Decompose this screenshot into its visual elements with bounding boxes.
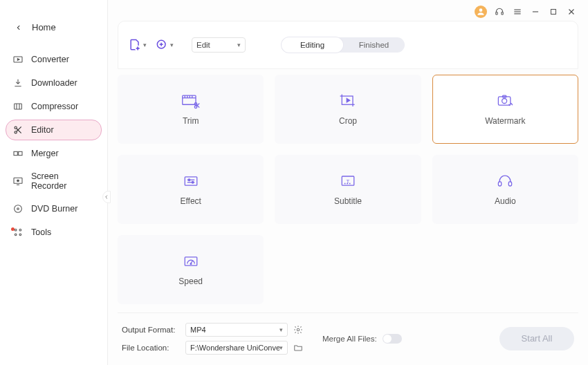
svg-point-67 xyxy=(190,263,192,265)
merge-label: Merge All Files: xyxy=(322,335,377,343)
sidebar-item-label: Merger xyxy=(31,149,59,158)
svg-rect-55 xyxy=(185,177,197,185)
file-location-value: F:\Wondershare UniConverter 1 xyxy=(190,344,279,352)
tile-label: Effect xyxy=(180,196,201,206)
chevron-left-icon xyxy=(15,24,22,31)
chevron-down-icon: ▾ xyxy=(170,41,174,48)
tile-effect[interactable]: Effect xyxy=(118,155,264,224)
audio-icon xyxy=(495,173,515,189)
svg-rect-12 xyxy=(15,104,22,109)
status-segmented: Editing Finished xyxy=(282,37,405,53)
mode-select-value: Edit xyxy=(196,41,210,49)
svg-point-29 xyxy=(19,234,21,236)
toolbar: ▾ ▾ Edit ▾ Editing Finished xyxy=(118,21,578,69)
start-all-label: Start All xyxy=(522,333,553,344)
file-location-select[interactable]: F:\Wondershare UniConverter 1 ▾ xyxy=(185,341,288,355)
svg-point-59 xyxy=(192,181,194,183)
output-format-value: MP4 xyxy=(190,326,206,334)
sidebar-item-editor[interactable]: Editor xyxy=(6,120,102,140)
add-file-icon xyxy=(128,38,142,52)
add-url-button[interactable]: ▾ xyxy=(155,38,174,52)
download-icon xyxy=(12,77,24,88)
svg-rect-52 xyxy=(499,97,511,105)
svg-point-68 xyxy=(297,328,300,331)
gear-icon[interactable] xyxy=(293,325,303,335)
svg-point-25 xyxy=(17,208,19,210)
sidebar-item-label: DVD Burner xyxy=(31,204,77,214)
collapse-sidebar-button[interactable] xyxy=(102,191,111,203)
tile-label: Speed xyxy=(178,277,203,286)
mode-select[interactable]: Edit ▾ xyxy=(192,37,246,53)
tab-editing[interactable]: Editing xyxy=(282,37,343,53)
folder-icon[interactable] xyxy=(293,343,303,353)
add-url-icon xyxy=(155,38,169,52)
sidebar: Home Converter Downloader Compressor Edi… xyxy=(0,0,108,365)
svg-point-16 xyxy=(15,131,17,133)
sidebar-item-label: Converter xyxy=(31,55,69,64)
crop-icon xyxy=(338,93,358,109)
chevron-left-icon xyxy=(104,194,109,200)
svg-point-24 xyxy=(15,205,22,213)
add-file-button[interactable]: ▾ xyxy=(128,38,147,52)
chevron-down-icon: ▾ xyxy=(279,326,283,333)
sidebar-item-label: Compressor xyxy=(31,102,78,111)
chevron-down-icon: ▾ xyxy=(279,344,283,351)
tile-speed[interactable]: Speed xyxy=(118,235,264,304)
tile-label: Trim xyxy=(183,116,199,126)
svg-point-53 xyxy=(502,99,507,104)
merger-icon xyxy=(12,148,24,159)
converter-icon xyxy=(12,54,24,65)
tile-trim[interactable]: Trim xyxy=(118,75,264,144)
sidebar-item-compressor[interactable]: Compressor xyxy=(6,96,102,117)
svg-point-22 xyxy=(17,180,19,182)
sidebar-item-screen-recorder[interactable]: Screen Recorder xyxy=(6,167,102,196)
back-label: Home xyxy=(32,22,56,32)
merge-toggle[interactable] xyxy=(383,334,402,344)
svg-point-15 xyxy=(15,127,17,129)
tile-crop[interactable]: Crop xyxy=(275,75,421,144)
svg-rect-63 xyxy=(499,182,502,186)
speed-icon xyxy=(181,253,201,270)
chevron-down-icon: ▾ xyxy=(143,41,147,48)
svg-point-28 xyxy=(15,234,17,236)
sidebar-item-merger[interactable]: Merger xyxy=(6,143,102,164)
tile-label: Subtitle xyxy=(334,196,362,206)
scissors-icon xyxy=(12,124,24,135)
trim-icon xyxy=(181,93,201,109)
tab-label: Finished xyxy=(359,41,389,49)
svg-point-58 xyxy=(188,179,190,181)
svg-rect-19 xyxy=(14,151,17,155)
file-location-label: File Location: xyxy=(122,344,180,352)
svg-point-27 xyxy=(19,229,21,231)
watermark-icon xyxy=(495,93,515,109)
output-format-label: Output Format: xyxy=(122,326,180,334)
start-all-button[interactable]: Start All xyxy=(499,327,574,350)
back-button[interactable]: Home xyxy=(0,17,107,45)
output-format-select[interactable]: MP4 ▾ xyxy=(185,323,288,337)
tile-subtitle[interactable]: T Subtitle xyxy=(275,155,421,224)
tile-watermark[interactable]: Watermark xyxy=(432,75,578,144)
main-area: ▾ ▾ Edit ▾ Editing Finished Trim Crop xyxy=(108,0,588,365)
sidebar-item-label: Downloader xyxy=(31,78,77,88)
sidebar-item-dvd-burner[interactable]: DVD Burner xyxy=(6,198,102,219)
tab-finished[interactable]: Finished xyxy=(343,37,405,53)
subtitle-icon: T xyxy=(338,173,358,189)
sidebar-item-tools[interactable]: Tools xyxy=(6,222,102,243)
tab-label: Editing xyxy=(300,41,324,49)
screen-recorder-icon xyxy=(12,176,24,187)
sidebar-item-label: Editor xyxy=(31,125,54,135)
sidebar-item-label: Tools xyxy=(31,227,51,237)
footer: Output Format: MP4 ▾ File Location: F:\W… xyxy=(118,312,578,358)
tile-audio[interactable]: Audio xyxy=(432,155,578,224)
tile-label: Crop xyxy=(339,116,357,126)
chevron-down-icon: ▾ xyxy=(237,41,241,48)
sidebar-item-converter[interactable]: Converter xyxy=(6,49,102,70)
effect-icon xyxy=(181,173,201,189)
sidebar-item-downloader[interactable]: Downloader xyxy=(6,73,102,93)
tile-label: Watermark xyxy=(485,116,525,126)
svg-rect-64 xyxy=(509,182,512,186)
disc-icon xyxy=(12,203,24,214)
sidebar-item-label: Screen Recorder xyxy=(31,171,95,191)
notification-dot-icon xyxy=(11,227,15,231)
svg-point-26 xyxy=(15,229,17,231)
